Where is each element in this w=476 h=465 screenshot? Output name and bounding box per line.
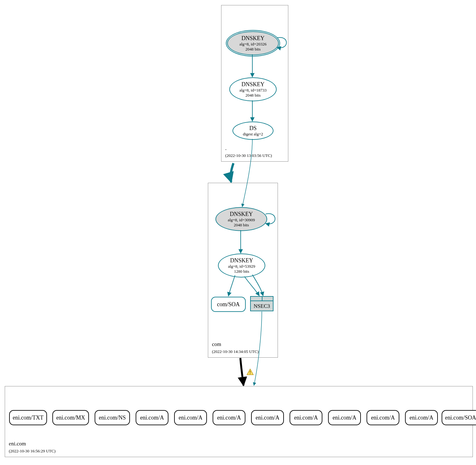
zone-root-name: . (225, 145, 226, 151)
eni-record-3: eni.com/A (136, 410, 168, 425)
node-root-ksk: DNSKEY alg=8, id=20326 2048 bits (227, 31, 279, 55)
com-ksk-sub1: alg=8, id=30909 (228, 218, 255, 223)
zone-root-timestamp: (2022-10-30 13:03:56 UTC) (225, 153, 272, 158)
root-zsk-sub1: alg=8, id=18733 (239, 88, 267, 93)
warning-icon (247, 369, 254, 375)
com-zsk-sub1: alg=8, id=53929 (228, 264, 255, 269)
zone-eni-label: eni.com (2022-10-30 16:56:29 UTC) (9, 440, 56, 454)
svg-rect-1 (250, 371, 250, 373)
com-zsk-sub2: 1280 bits (234, 269, 249, 274)
node-com-soa: com/SOA (211, 297, 246, 312)
root-ksk-sub2: 2048 bits (245, 47, 261, 52)
com-soa-label: com/SOA (217, 301, 240, 308)
node-com-zsk: DNSKEY alg=8, id=53929 1280 bits (218, 253, 265, 277)
root-ds-sub1: digest alg=2 (243, 132, 263, 137)
eni-record-6: eni.com/A (251, 410, 284, 425)
eni-record-9: eni.com/A (367, 410, 399, 425)
nsec3-label: NSEC3 (254, 303, 270, 309)
root-zsk-title: DNSKEY (241, 81, 264, 88)
eni-record-2: eni.com/NS (95, 410, 130, 425)
root-ksk-sub1: alg=8, id=20326 (239, 42, 267, 47)
zone-com-name: com (212, 341, 221, 347)
zone-com-timestamp: (2022-10-30 14:34:05 UTC) (212, 349, 259, 354)
zone-eni-name: eni.com (9, 441, 26, 447)
svg-rect-2 (250, 373, 250, 374)
com-zsk-title: DNSKEY (230, 257, 253, 264)
eni-record-7: eni.com/A (290, 410, 322, 425)
eni-record-5: eni.com/A (213, 410, 245, 425)
node-com-ksk: DNSKEY alg=8, id=30909 2048 bits (215, 207, 267, 231)
eni-record-1: eni.com/MX (52, 410, 89, 425)
zone-eni-timestamp: (2022-10-30 16:56:29 UTC) (9, 449, 56, 453)
eni-record-11: eni.com/SOA (442, 410, 476, 425)
com-ksk-sub2: 2048 bits (234, 223, 249, 228)
eni-record-0: eni.com/TXT (9, 410, 47, 425)
zone-com-label: com (2022-10-30 14:34:05 UTC) (212, 341, 259, 355)
node-root-zsk: DNSKEY alg=8, id=18733 2048 bits (229, 77, 277, 101)
node-root-ds: DS digest alg=2 (232, 122, 273, 140)
eni-record-4: eni.com/A (174, 410, 207, 425)
zone-root-label: . (2022-10-30 13:03:56 UTC) (225, 145, 272, 159)
root-ksk-title: DNSKEY (241, 35, 264, 42)
eni-record-8: eni.com/A (328, 410, 361, 425)
eni-record-10: eni.com/A (405, 410, 438, 425)
com-ksk-title: DNSKEY (230, 211, 253, 218)
root-zsk-sub2: 2048 bits (245, 93, 261, 98)
root-ds-title: DS (249, 125, 256, 132)
node-nsec3: NSEC3 (250, 296, 273, 311)
